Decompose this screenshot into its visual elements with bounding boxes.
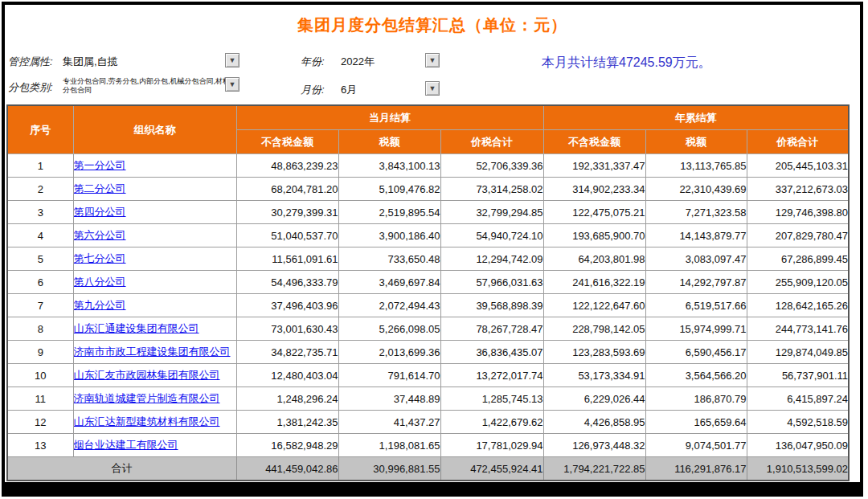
year-excl-tax-cell: 122,122,647.60 — [543, 294, 645, 317]
year-excl-tax-cell: 241,616,322.19 — [543, 271, 645, 294]
control-attr-dropdown[interactable]: ▼ — [225, 53, 240, 67]
month-total-cell: 17,781,029.94 — [440, 434, 543, 457]
month-excl-tax-cell: 11,561,091.61 — [236, 247, 338, 271]
month-tax-cell: 2,013,699.36 — [338, 341, 440, 364]
month-tax-cell: 2,519,895.54 — [338, 201, 440, 224]
org-link[interactable]: 山东汇达新型建筑材料有限公司 — [74, 415, 220, 427]
month-tax-cell: 37,448.89 — [338, 387, 440, 411]
month-total-cell: 1,422,679.62 — [440, 411, 543, 434]
header-year-tax: 税额 — [645, 130, 747, 154]
total-month-total: 472,455,924.41 — [440, 457, 543, 481]
org-link[interactable]: 山东汇友市政园林集团有限公司 — [74, 369, 220, 381]
month-excl-tax-cell: 12,480,403.04 — [236, 364, 338, 387]
monthly-settlement-summary: 本月共计结算47245.59万元。 — [542, 55, 711, 72]
year-total-cell: 4,592,518.59 — [747, 411, 849, 434]
page-content: 集团月度分包结算汇总（单位：元） 管控属性: 集团属,自揽 ▼ 年份: 2022… — [5, 5, 860, 482]
month-total-cell: 52,706,339.36 — [440, 154, 543, 178]
org-cell: 第六分公司 — [73, 224, 236, 247]
table-row: 1 第一分公司 48,863,239.23 3,843,100.13 52,70… — [7, 154, 849, 178]
year-value: 2022年 — [341, 55, 375, 69]
month-tax-cell: 3,843,100.13 — [338, 154, 440, 178]
org-link[interactable]: 第六分公司 — [74, 229, 126, 241]
year-total-cell: 56,737,901.11 — [747, 364, 849, 387]
year-tax-cell: 3,564,566.20 — [645, 364, 747, 387]
table-row: 6 第八分公司 54,496,333.79 3,469,697.84 57,96… — [7, 271, 849, 294]
org-link[interactable]: 第四分公司 — [74, 206, 126, 218]
year-tax-cell: 15,974,999.71 — [645, 317, 747, 341]
org-link[interactable]: 第八分公司 — [74, 276, 126, 288]
header-year-total: 价税合计 — [747, 130, 849, 154]
org-cell: 第一分公司 — [73, 154, 236, 178]
year-excl-tax-cell: 4,426,858.95 — [543, 411, 645, 434]
subcontract-type-dropdown[interactable]: ▼ — [225, 77, 240, 92]
year-total-cell: 67,286,899.45 — [747, 247, 849, 271]
month-excl-tax-cell: 1,381,242.35 — [236, 411, 338, 434]
table-row: 12 山东汇达新型建筑材料有限公司 1,381,242.35 41,437.27… — [7, 411, 849, 434]
org-link[interactable]: 济南市市政工程建设集团有限公司 — [74, 346, 231, 358]
year-tax-cell: 14,143,879.77 — [645, 224, 747, 247]
row-seq: 7 — [7, 294, 73, 317]
row-seq: 6 — [7, 271, 73, 294]
org-link[interactable]: 第七分公司 — [74, 252, 126, 264]
month-excl-tax-cell: 51,040,537.70 — [236, 224, 338, 247]
table-row: 9 济南市市政工程建设集团有限公司 34,822,735.71 2,013,69… — [7, 341, 849, 364]
org-link[interactable]: 第二分公司 — [74, 182, 126, 194]
month-total-cell: 54,940,724.10 — [440, 224, 543, 247]
org-link[interactable]: 第一分公司 — [74, 159, 126, 171]
table-row: 4 第六分公司 51,040,537.70 3,900,186.40 54,94… — [7, 224, 849, 247]
year-excl-tax-cell: 64,203,801.98 — [543, 247, 645, 271]
year-excl-tax-cell: 123,283,593.69 — [543, 341, 645, 364]
org-cell: 山东汇友市政园林集团有限公司 — [73, 364, 236, 387]
month-tax-cell: 1,198,081.65 — [338, 434, 440, 457]
table-row: 13 烟台业达建工有限公司 16,582,948.29 1,198,081.65… — [7, 434, 849, 457]
org-cell: 山东汇达新型建筑材料有限公司 — [73, 411, 236, 434]
month-excl-tax-cell: 37,496,403.96 — [236, 294, 338, 317]
year-total-cell: 337,212,673.03 — [747, 178, 849, 201]
year-excl-tax-cell: 126,973,448.32 — [543, 434, 645, 457]
year-label: 年份: — [301, 55, 325, 69]
header-year-group: 年累结算 — [543, 105, 849, 130]
month-dropdown[interactable]: ▼ — [425, 81, 440, 96]
table-row: 8 山东汇通建设集团有限公司 73,001,630.43 5,266,098.0… — [7, 317, 849, 341]
control-attr-label: 管控属性: — [8, 55, 53, 69]
header-org: 组织名称 — [73, 105, 236, 154]
year-total-cell: 207,829,780.47 — [747, 224, 849, 247]
row-seq: 13 — [7, 434, 73, 457]
year-excl-tax-cell: 6,229,026.44 — [543, 387, 645, 411]
subcontract-type-label: 分包类别: — [8, 80, 53, 95]
month-excl-tax-cell: 73,001,630.43 — [236, 317, 338, 341]
month-total-cell: 78,267,728.47 — [440, 317, 543, 341]
total-year-excl-tax: 1,794,221,722.85 — [543, 457, 645, 481]
total-month-excl-tax: 441,459,042.86 — [236, 457, 338, 481]
table-row: 11 济南轨道城建管片制造有限公司 1,248,296.24 37,448.89… — [7, 387, 849, 411]
table-row: 3 第四分公司 30,279,399.31 2,519,895.54 32,79… — [7, 201, 849, 224]
year-tax-cell: 14,292,797.87 — [645, 271, 747, 294]
year-tax-cell: 13,113,765.85 — [645, 154, 747, 178]
chevron-down-icon: ▼ — [229, 80, 236, 88]
org-cell: 第八分公司 — [73, 271, 236, 294]
table-row: 5 第七分公司 11,561,091.61 733,650.48 12,294,… — [7, 247, 849, 271]
table-row: 10 山东汇友市政园林集团有限公司 12,480,403.04 791,614.… — [7, 364, 849, 387]
org-cell: 山东汇通建设集团有限公司 — [73, 317, 236, 341]
total-month-tax: 30,996,881.55 — [338, 457, 440, 481]
org-link[interactable]: 山东汇通建设集团有限公司 — [74, 322, 199, 334]
month-tax-cell: 3,469,697.84 — [338, 271, 440, 294]
page-title: 集团月度分包结算汇总（单位：元） — [5, 14, 860, 36]
header-month-group: 当月结算 — [236, 105, 543, 130]
row-seq: 4 — [7, 224, 73, 247]
month-tax-cell: 3,900,186.40 — [338, 224, 440, 247]
year-total-cell: 129,746,398.80 — [747, 201, 849, 224]
row-seq: 1 — [7, 154, 73, 178]
month-total-cell: 12,294,742.09 — [440, 247, 543, 271]
year-excl-tax-cell: 314,902,233.34 — [543, 178, 645, 201]
org-link[interactable]: 济南轨道城建管片制造有限公司 — [74, 392, 220, 404]
row-seq: 3 — [7, 201, 73, 224]
month-tax-cell: 5,266,098.05 — [338, 317, 440, 341]
org-link[interactable]: 烟台业达建工有限公司 — [74, 439, 178, 451]
year-excl-tax-cell: 193,685,900.70 — [543, 224, 645, 247]
year-dropdown[interactable]: ▼ — [425, 53, 440, 67]
org-cell: 济南市市政工程建设集团有限公司 — [73, 341, 236, 364]
month-label: 月份: — [301, 83, 325, 97]
org-link[interactable]: 第九分公司 — [74, 299, 126, 311]
year-tax-cell: 165,659.64 — [645, 411, 747, 434]
